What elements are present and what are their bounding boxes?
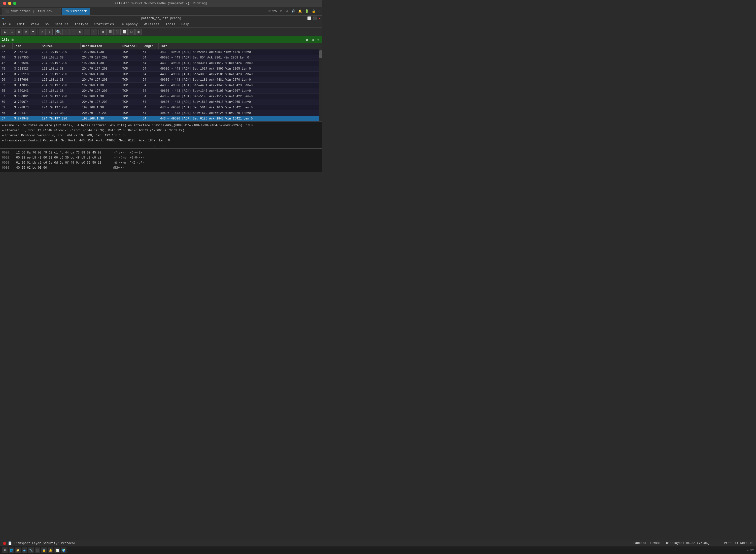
filter-clear[interactable]: ✕ [305, 38, 309, 42]
tool-first[interactable]: |← [83, 29, 90, 35]
cell-proto: TCP [121, 72, 141, 76]
menu-bar: File Edit View Go Capture Analyze Statis… [0, 21, 322, 28]
detail-2[interactable]: ▶ Internet Protocol Version 4, Src: 204.… [2, 133, 320, 138]
table-row[interactable]: 57 3.666891 204.79.197.200 192.168.1.38 … [0, 94, 322, 99]
table-row[interactable]: 42 3.181594 204.79.197.200 192.168.1.38 … [0, 60, 322, 66]
table-row[interactable]: 55 3.560243 192.168.1.38 204.79.197.200 … [0, 88, 322, 94]
tool-zoom-in[interactable]: 🔍 [55, 29, 62, 35]
sep1 [38, 30, 38, 35]
menu-view[interactable]: View [30, 22, 40, 27]
tool-start[interactable]: ▲ [2, 29, 8, 35]
tool-list[interactable]: ☰ [107, 29, 114, 35]
table-row[interactable]: 60 3.709674 192.168.1.38 204.79.197.200 … [0, 99, 322, 105]
menu-wireless[interactable]: Wireless [143, 22, 161, 27]
packet-rows: 37 2.953731 204.79.197.200 192.168.1.38 … [0, 49, 322, 121]
table-row[interactable]: 52 3.517035 204.79.197.200 192.168.1.38 … [0, 83, 322, 88]
window-actions: ⬜ ⬛ ✕ [307, 16, 320, 20]
table-row[interactable]: 45 3.228323 192.168.1.38 204.79.197.200 … [0, 66, 322, 71]
menu-statistics[interactable]: Statistics [93, 22, 115, 27]
tool-back[interactable]: ← [62, 29, 69, 35]
tool-stop[interactable]: □ [9, 29, 15, 35]
scrollbar-thumb[interactable] [319, 50, 322, 58]
tool-close[interactable]: ✕ [39, 29, 46, 35]
tool-grid[interactable]: ▦ [135, 29, 142, 35]
hex-offset-0: 0000 [2, 150, 12, 155]
cell-no: 57 [0, 95, 13, 98]
menu-go[interactable]: Go [44, 22, 50, 27]
tab-tmux[interactable]: ⬛ tmux attach || tmux new... [2, 8, 61, 15]
table-row[interactable]: 50 3.337698 192.168.1.38 204.79.197.200 … [0, 77, 322, 83]
table-row[interactable]: 62 3.778873 204.79.197.200 192.168.1.38 … [0, 105, 322, 110]
cell-time: 2.953731 [13, 50, 40, 54]
cell-info: 49606 → 443 [ACK] Seq=1181 Ack=4481 Win=… [159, 78, 322, 82]
cell-src: 204.79.197.200 [40, 106, 80, 109]
table-row[interactable]: 65 3.821471 192.168.1.38 204.79.197.200 … [0, 110, 322, 116]
tool-columns[interactable]: ▦ [100, 29, 107, 35]
cell-dst: 192.168.1.38 [80, 50, 121, 54]
menu-tools[interactable]: Tools [165, 22, 176, 27]
menu-file[interactable]: File [2, 22, 12, 27]
col-time[interactable]: Time [13, 43, 40, 49]
filter-input[interactable] [11, 38, 304, 42]
kali-icon: ◈ [2, 16, 4, 20]
cell-src: 192.168.1.38 [40, 111, 80, 115]
cell-time: 3.879948 [13, 117, 40, 120]
menu-help[interactable]: Help [180, 22, 190, 27]
tool-last[interactable]: →| [91, 29, 97, 35]
arrow-1: ▶ [2, 128, 4, 133]
packet-list: No. Time Source Destination Protocol Len… [0, 43, 322, 121]
win-close-icon[interactable]: ✕ [318, 16, 320, 20]
detail-text-3: Transmission Control Protocol, Src Port:… [5, 138, 170, 143]
tool-reload[interactable]: ↺ [46, 29, 53, 35]
col-no[interactable]: No. [0, 43, 13, 49]
tab-tmux-label: tmux attach || tmux new... [11, 10, 58, 13]
cell-time: 3.228323 [13, 67, 40, 70]
table-row[interactable]: 67 3.879948 204.79.197.200 192.168.1.38 … [0, 116, 322, 121]
menu-capture[interactable]: Capture [54, 22, 69, 27]
hex-ascii-0: ·f·v···· KD·v·E· [113, 150, 142, 155]
tool-forward[interactable]: → [69, 29, 76, 35]
table-row[interactable]: 37 2.953731 204.79.197.200 192.168.1.38 … [0, 49, 322, 55]
col-len[interactable]: Length [141, 43, 159, 49]
cell-src: 204.79.197.200 [40, 95, 80, 98]
filter-add[interactable]: + [316, 38, 320, 42]
tool-decode[interactable]: ⬜ [121, 29, 128, 35]
cell-no: 37 [0, 50, 13, 54]
cell-time: 3.560243 [13, 89, 40, 93]
col-info[interactable]: Info [159, 43, 322, 49]
cell-src: 204.79.197.200 [40, 61, 80, 65]
win-act-2[interactable]: ⬛ [313, 16, 317, 20]
detail-0[interactable]: ▶ Frame 67: 54 bytes on wire (432 bits),… [2, 123, 320, 128]
menu-edit[interactable]: Edit [16, 22, 26, 27]
menu-telephony[interactable]: Telephony [119, 22, 139, 27]
tab-wireshark[interactable]: 🦈 Wireshark [62, 8, 90, 15]
tool-graph[interactable]: □ [128, 29, 135, 35]
win-act-1[interactable]: ⬜ [307, 16, 311, 20]
cell-len: 54 [141, 61, 159, 65]
tool-open[interactable]: ⊙ [23, 29, 29, 35]
close-button[interactable] [3, 2, 6, 5]
col-src[interactable]: Source [40, 43, 80, 49]
minimize-button[interactable] [8, 2, 11, 5]
hex-ascii-3: @%b··· [113, 165, 124, 170]
packet-scrollbar[interactable] [319, 49, 322, 121]
detail-3[interactable]: ▶ Transmission Control Protocol, Src Por… [2, 138, 320, 143]
tool-save[interactable]: ▼ [30, 29, 36, 35]
cell-no: 47 [0, 72, 13, 76]
hex-bytes-1: 00 28 ee b8 40 00 73 06 c5 30 cc 4f c5 c… [16, 155, 109, 160]
tool-goto[interactable]: ↻ [76, 29, 83, 35]
maximize-button[interactable] [13, 2, 16, 5]
filter-menu[interactable]: ⊞ [311, 38, 315, 42]
table-row[interactable]: 47 3.285118 204.79.197.200 192.168.1.38 … [0, 71, 322, 77]
cell-proto: TCP [121, 106, 141, 109]
tool-hex[interactable]: ⬛ [114, 29, 121, 35]
menu-analyze[interactable]: Analyze [73, 22, 89, 27]
col-proto[interactable]: Protocol [121, 43, 141, 49]
detail-1[interactable]: ▶ Ethernet II, Src: 12:c1:4b:44:ca:76 (1… [2, 128, 320, 133]
col-dst[interactable]: Destination [80, 43, 121, 49]
tool-restart[interactable]: ◉ [16, 29, 22, 35]
detail-text-0: Frame 67: 54 bytes on wire (432 bits), 5… [5, 123, 253, 128]
cell-no: 42 [0, 61, 13, 65]
table-row[interactable]: 40 3.007356 192.168.1.38 204.79.197.200 … [0, 55, 322, 60]
cell-no: 45 [0, 67, 13, 70]
